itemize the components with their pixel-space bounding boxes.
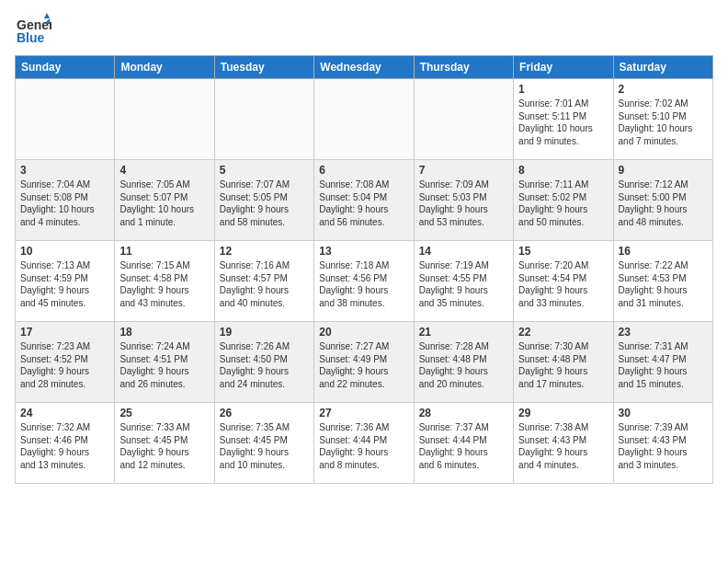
cell-text: Sunrise: 7:15 AM Sunset: 4:58 PM Dayligh…	[119, 259, 209, 309]
cell-text: Sunrise: 7:19 AM Sunset: 4:55 PM Dayligh…	[419, 259, 508, 309]
day-number: 1	[518, 83, 608, 96]
calendar-header-saturday: Saturday	[613, 56, 712, 79]
day-number: 11	[119, 245, 209, 258]
day-number: 10	[20, 245, 109, 258]
day-number: 3	[20, 164, 109, 177]
cell-text: Sunrise: 7:05 AM Sunset: 5:07 PM Dayligh…	[119, 178, 209, 228]
cell-text: Sunrise: 7:30 AM Sunset: 4:48 PM Dayligh…	[518, 340, 608, 390]
calendar-cell: 14Sunrise: 7:19 AM Sunset: 4:55 PM Dayli…	[414, 241, 513, 322]
calendar-cell: 29Sunrise: 7:38 AM Sunset: 4:43 PM Dayli…	[514, 403, 613, 484]
calendar-header-monday: Monday	[115, 56, 214, 79]
calendar-cell: 10Sunrise: 7:13 AM Sunset: 4:59 PM Dayli…	[16, 241, 115, 322]
calendar-cell: 23Sunrise: 7:31 AM Sunset: 4:47 PM Dayli…	[613, 322, 712, 403]
calendar-header-thursday: Thursday	[414, 56, 513, 79]
calendar-cell: 20Sunrise: 7:27 AM Sunset: 4:49 PM Dayli…	[314, 322, 414, 403]
day-number: 12	[220, 245, 309, 258]
calendar-cell: 13Sunrise: 7:18 AM Sunset: 4:56 PM Dayli…	[314, 241, 414, 322]
calendar-cell: 25Sunrise: 7:33 AM Sunset: 4:45 PM Dayli…	[115, 403, 214, 484]
calendar-cell: 22Sunrise: 7:30 AM Sunset: 4:48 PM Dayli…	[514, 322, 613, 403]
calendar-cell: 3Sunrise: 7:04 AM Sunset: 5:08 PM Daylig…	[16, 160, 115, 241]
logo: General Blue	[15, 11, 51, 48]
day-number: 6	[319, 164, 408, 177]
day-number: 18	[119, 326, 209, 339]
day-number: 21	[419, 326, 508, 339]
calendar-header-wednesday: Wednesday	[314, 56, 414, 79]
calendar-cell: 30Sunrise: 7:39 AM Sunset: 4:43 PM Dayli…	[613, 403, 712, 484]
day-number: 17	[20, 326, 109, 339]
day-number: 5	[220, 164, 309, 177]
cell-text: Sunrise: 7:04 AM Sunset: 5:08 PM Dayligh…	[20, 178, 109, 228]
day-number: 25	[119, 407, 209, 419]
day-number: 29	[518, 407, 608, 419]
cell-text: Sunrise: 7:12 AM Sunset: 5:00 PM Dayligh…	[619, 178, 708, 228]
calendar-cell: 17Sunrise: 7:23 AM Sunset: 4:52 PM Dayli…	[16, 322, 115, 403]
calendar-cell: 11Sunrise: 7:15 AM Sunset: 4:58 PM Dayli…	[115, 241, 214, 322]
calendar-cell	[115, 79, 214, 160]
calendar-cell	[16, 79, 115, 160]
day-number: 15	[518, 245, 608, 258]
calendar-cell: 15Sunrise: 7:20 AM Sunset: 4:54 PM Dayli…	[514, 241, 613, 322]
cell-text: Sunrise: 7:13 AM Sunset: 4:59 PM Dayligh…	[20, 259, 109, 309]
cell-text: Sunrise: 7:39 AM Sunset: 4:43 PM Dayligh…	[619, 421, 708, 471]
page: General Blue SundayMondayTuesdayWednesda…	[0, 0, 728, 495]
cell-text: Sunrise: 7:08 AM Sunset: 5:04 PM Dayligh…	[319, 178, 408, 228]
cell-text: Sunrise: 7:37 AM Sunset: 4:44 PM Dayligh…	[419, 421, 508, 471]
day-number: 26	[220, 407, 309, 419]
cell-text: Sunrise: 7:09 AM Sunset: 5:03 PM Dayligh…	[419, 178, 508, 228]
calendar-cell: 18Sunrise: 7:24 AM Sunset: 4:51 PM Dayli…	[115, 322, 214, 403]
calendar-header-row: SundayMondayTuesdayWednesdayThursdayFrid…	[16, 56, 713, 79]
cell-text: Sunrise: 7:38 AM Sunset: 4:43 PM Dayligh…	[518, 421, 608, 471]
day-number: 16	[619, 245, 708, 258]
calendar-week-4: 17Sunrise: 7:23 AM Sunset: 4:52 PM Dayli…	[16, 322, 713, 403]
calendar-cell: 5Sunrise: 7:07 AM Sunset: 5:05 PM Daylig…	[214, 160, 313, 241]
calendar-cell: 4Sunrise: 7:05 AM Sunset: 5:07 PM Daylig…	[115, 160, 214, 241]
calendar-cell: 9Sunrise: 7:12 AM Sunset: 5:00 PM Daylig…	[613, 160, 712, 241]
calendar-cell	[314, 79, 414, 160]
cell-text: Sunrise: 7:18 AM Sunset: 4:56 PM Dayligh…	[319, 259, 408, 309]
calendar-cell	[414, 79, 513, 160]
calendar-cell: 1Sunrise: 7:01 AM Sunset: 5:11 PM Daylig…	[514, 79, 613, 160]
calendar-week-2: 3Sunrise: 7:04 AM Sunset: 5:08 PM Daylig…	[16, 160, 713, 241]
calendar-cell: 21Sunrise: 7:28 AM Sunset: 4:48 PM Dayli…	[414, 322, 513, 403]
calendar-header-sunday: Sunday	[16, 56, 115, 79]
calendar-cell: 12Sunrise: 7:16 AM Sunset: 4:57 PM Dayli…	[214, 241, 313, 322]
calendar-cell: 2Sunrise: 7:02 AM Sunset: 5:10 PM Daylig…	[613, 79, 712, 160]
day-number: 22	[518, 326, 608, 339]
calendar-table: SundayMondayTuesdayWednesdayThursdayFrid…	[15, 55, 713, 484]
cell-text: Sunrise: 7:26 AM Sunset: 4:50 PM Dayligh…	[220, 340, 309, 390]
calendar-cell: 28Sunrise: 7:37 AM Sunset: 4:44 PM Dayli…	[414, 403, 513, 484]
day-number: 8	[518, 164, 608, 177]
day-number: 30	[619, 407, 708, 419]
day-number: 28	[419, 407, 508, 419]
calendar-week-3: 10Sunrise: 7:13 AM Sunset: 4:59 PM Dayli…	[16, 241, 713, 322]
calendar-cell: 16Sunrise: 7:22 AM Sunset: 4:53 PM Dayli…	[613, 241, 712, 322]
calendar-header-friday: Friday	[514, 56, 613, 79]
calendar-cell: 24Sunrise: 7:32 AM Sunset: 4:46 PM Dayli…	[16, 403, 115, 484]
cell-text: Sunrise: 7:36 AM Sunset: 4:44 PM Dayligh…	[319, 421, 408, 471]
day-number: 23	[619, 326, 708, 339]
day-number: 4	[119, 164, 209, 177]
cell-text: Sunrise: 7:33 AM Sunset: 4:45 PM Dayligh…	[119, 421, 209, 471]
day-number: 24	[20, 407, 109, 419]
calendar-cell: 8Sunrise: 7:11 AM Sunset: 5:02 PM Daylig…	[514, 160, 613, 241]
calendar-cell: 26Sunrise: 7:35 AM Sunset: 4:45 PM Dayli…	[214, 403, 313, 484]
cell-text: Sunrise: 7:11 AM Sunset: 5:02 PM Dayligh…	[518, 178, 608, 228]
cell-text: Sunrise: 7:16 AM Sunset: 4:57 PM Dayligh…	[220, 259, 309, 309]
logo-icon: General Blue	[15, 11, 51, 48]
day-number: 19	[220, 326, 309, 339]
day-number: 2	[619, 83, 708, 96]
header: General Blue	[15, 11, 713, 48]
calendar-cell	[214, 79, 313, 160]
cell-text: Sunrise: 7:20 AM Sunset: 4:54 PM Dayligh…	[518, 259, 608, 309]
cell-text: Sunrise: 7:01 AM Sunset: 5:11 PM Dayligh…	[518, 98, 608, 147]
calendar-header-tuesday: Tuesday	[214, 56, 313, 79]
cell-text: Sunrise: 7:02 AM Sunset: 5:10 PM Dayligh…	[619, 98, 708, 147]
calendar-cell: 7Sunrise: 7:09 AM Sunset: 5:03 PM Daylig…	[414, 160, 513, 241]
calendar-week-1: 1Sunrise: 7:01 AM Sunset: 5:11 PM Daylig…	[16, 79, 713, 160]
cell-text: Sunrise: 7:28 AM Sunset: 4:48 PM Dayligh…	[419, 340, 508, 390]
cell-text: Sunrise: 7:32 AM Sunset: 4:46 PM Dayligh…	[20, 421, 109, 471]
calendar-cell: 19Sunrise: 7:26 AM Sunset: 4:50 PM Dayli…	[214, 322, 313, 403]
day-number: 13	[319, 245, 408, 258]
calendar-cell: 6Sunrise: 7:08 AM Sunset: 5:04 PM Daylig…	[314, 160, 414, 241]
day-number: 7	[419, 164, 508, 177]
